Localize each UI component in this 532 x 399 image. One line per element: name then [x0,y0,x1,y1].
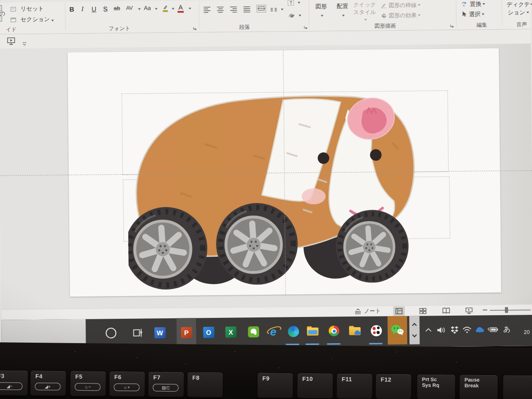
align-right-button[interactable] [230,6,238,14]
align-center-button[interactable] [216,6,224,15]
zoom-out-button[interactable] [483,309,487,310]
underline-media-app [369,343,383,344]
taskbar-file-explorer[interactable] [303,317,323,345]
ribbon-collapse-icon[interactable] [22,39,27,47]
shape-effects-icon [381,12,387,18]
key-f7[interactable]: F7▤/▯ [148,372,184,398]
justify-button[interactable] [243,6,251,14]
replace-button[interactable]: c 置換 [461,0,485,8]
taskbar-chrome[interactable] [324,317,344,345]
drawing-dialog-launcher-icon[interactable] [450,22,454,30]
reading-view-button[interactable] [440,306,452,316]
key-f5[interactable]: F5☼− [70,371,106,397]
text-direction-button[interactable] [287,0,294,8]
normal-view-button[interactable] [393,306,405,316]
character-spacing-button[interactable]: AV [126,5,133,11]
zoom-slider-handle[interactable] [505,307,508,313]
reading-view-icon [442,308,450,314]
key-f6[interactable]: F6☼+ [109,371,145,397]
slideshow-quick-icon[interactable] [7,37,16,47]
text-shadow-button[interactable]: S [103,5,107,12]
key-f10[interactable]: F10 [297,373,333,399]
guinea-pig-car-illustration[interactable] [127,90,417,297]
powerpoint-icon: P [181,327,192,338]
key-f11[interactable]: F11 [336,373,373,399]
laptop-keyboard: F3◢− F4◢+ F5☼− F6☼+ F7▤/▯ F8 F9 F10 F11 … [0,342,532,399]
key-partial-right[interactable] [502,375,532,399]
chevron-up-icon [425,328,432,332]
key-f9[interactable]: F9 [257,372,293,399]
align-left-button[interactable] [203,6,211,15]
chrome-icon [329,325,339,336]
chevron-down-icon[interactable] [172,8,174,10]
svg-text:c: c [463,4,465,7]
cut-icon [0,5,2,11]
taskbar-media-app[interactable] [366,316,386,344]
bold-button[interactable]: B [69,5,74,13]
chevron-down-icon[interactable] [155,8,157,10]
highlight-color-button[interactable] [161,4,168,14]
tray-onedrive[interactable] [472,315,487,344]
taskbar-excel[interactable]: X [221,317,241,346]
underline-button[interactable]: U [91,5,96,13]
dictation-button[interactable]: ディクテー ション [506,0,530,16]
onedrive-cloud-icon [474,326,484,332]
taskbar-internet-explorer[interactable]: e [263,317,283,346]
convert-to-smartart-button[interactable] [288,12,295,20]
media-app-icon [371,325,382,336]
word-icon: W [154,327,165,338]
taskbar-onedrive-folder[interactable] [345,317,365,345]
font-group-label: フォント [109,25,130,32]
change-case-button[interactable]: Aa [144,4,151,11]
editing-group-label: 編集 [477,21,487,29]
section-button[interactable]: セクション [11,15,54,24]
chevron-down-icon[interactable] [299,15,301,16]
italic-button[interactable]: I [81,5,83,13]
chevron-down-icon[interactable] [297,2,300,4]
columns-button[interactable] [270,7,277,15]
shape-effects-button[interactable]: 図形の効果 [380,11,420,20]
taskbar-scrollbox[interactable] [409,316,420,344]
shape-outline-button[interactable]: 図形の枠線 [380,1,420,10]
notes-button[interactable]: ノート [364,307,381,315]
key-f4[interactable]: F4◢+ [30,370,66,396]
distribute-text-button[interactable] [256,5,266,14]
chevron-down-icon[interactable] [188,8,191,10]
key-f3[interactable]: F3◢− [0,370,28,396]
slide-sorter-view-button[interactable] [417,306,429,316]
key-f8[interactable]: F8 [187,372,223,398]
wifi-icon [462,326,471,333]
tray-clock[interactable]: 20 [524,329,529,335]
tray-ime-mode[interactable]: あ [500,315,514,344]
notes-icon[interactable] [355,309,361,316]
tray-volume[interactable] [434,316,449,344]
shape-outline-icon [380,2,387,8]
taskbar-word[interactable]: W [150,318,170,347]
taskbar-edge[interactable] [283,317,303,345]
taskbar-outlook[interactable]: O [199,318,219,346]
slideshow-view-button[interactable] [463,305,475,315]
chevron-down-icon[interactable] [281,9,283,11]
taskbar-wechat-highlighted[interactable] [387,316,407,344]
arrange-button[interactable]: 配置 [333,2,352,18]
font-color-button[interactable]: A [177,4,184,13]
zoom-slider-track[interactable] [490,309,531,310]
key-pause-break[interactable]: Pause Break [459,374,498,399]
key-print-screen[interactable]: Prt Sc Sys Rq [416,374,456,399]
key-f12[interactable]: F12 [375,373,412,399]
strikethrough-button[interactable]: ab [113,5,120,12]
select-button[interactable]: 選択 [461,10,485,19]
quick-styles-button[interactable]: クイック スタイル [353,1,376,23]
taskbar-evernote[interactable] [243,317,263,346]
replace-icon: c [461,2,468,7]
reset-button[interactable]: リセット [10,5,44,14]
task-view-button[interactable] [128,318,148,347]
taskbar-powerpoint-active[interactable]: P [176,318,196,346]
chevron-down-icon[interactable] [138,8,141,10]
shapes-button[interactable]: 図形 [312,2,330,18]
font-dialog-launcher-icon[interactable] [193,24,197,32]
voice-group-label: 音声 [516,21,527,28]
file-explorer-icon [307,326,318,336]
paragraph-dialog-launcher-icon[interactable] [304,23,308,31]
tray-battery[interactable] [485,315,501,344]
